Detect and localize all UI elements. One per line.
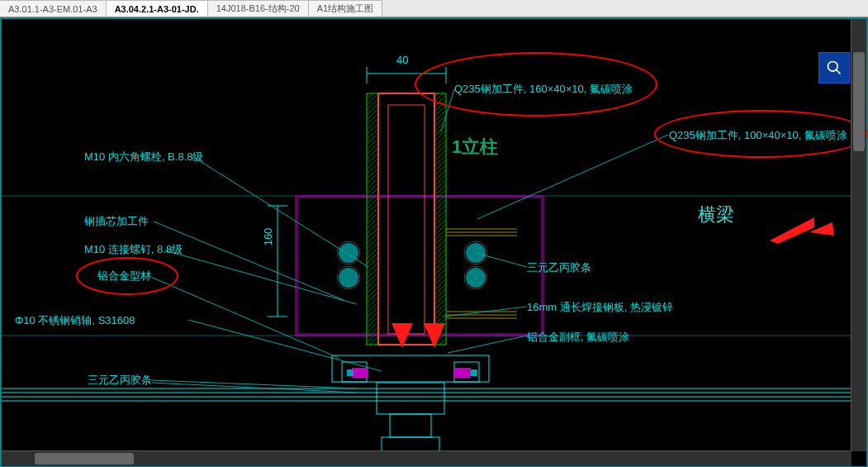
anno-alu: 铝合金型材 <box>97 269 151 284</box>
tab-drawing-3[interactable]: 14J018-B16-结构-20 <box>208 0 309 17</box>
tab-strip: A3.01.1-A3-EM.01-A3 A3.04.2.1-A3-01-JD. … <box>0 0 868 17</box>
svg-rect-36 <box>471 369 477 376</box>
svg-line-52 <box>476 253 527 267</box>
svg-line-54 <box>448 336 527 353</box>
svg-rect-3 <box>297 198 542 334</box>
anno-epdm-l: 三元乙丙胶条 <box>88 373 152 388</box>
anno-m10-conn: M10 连接螺钉, 8.8级 <box>84 242 183 257</box>
anno-m10-hex: M10 内六角螺栓, B.8.8级 <box>84 150 203 164</box>
svg-rect-4 <box>367 93 378 345</box>
anno-steel-core: 钢插芯加工件 <box>84 214 149 229</box>
svg-point-10 <box>339 268 358 288</box>
svg-rect-5 <box>434 93 446 345</box>
anno-ss-pin: Φ10 不锈钢销轴, S31608 <box>15 313 135 328</box>
anno-q235-beam: Q235钢加工件, 100×40×10, 氟碳喷涂 <box>669 128 847 143</box>
svg-rect-7 <box>378 93 434 345</box>
svg-rect-35 <box>347 369 353 376</box>
svg-line-43 <box>195 158 368 267</box>
anno-alu-frame: 铝合金副框, 氟碳喷涂 <box>527 330 629 345</box>
scrollbar-horizontal[interactable] <box>2 450 851 466</box>
dimension-160: 160 <box>262 228 274 246</box>
cad-viewport[interactable]: 40 160 M10 内六角螺栓, B.8.8级 钢插芯加工件 M10 连接螺钉… <box>0 17 868 467</box>
svg-rect-26 <box>377 383 444 414</box>
svg-rect-34 <box>454 368 471 378</box>
search-icon <box>826 60 842 76</box>
dimension-40: 40 <box>396 54 408 66</box>
search-button[interactable] <box>818 52 850 83</box>
scrollbar-vertical[interactable] <box>851 19 866 451</box>
svg-rect-27 <box>390 414 431 437</box>
svg-rect-33 <box>352 368 368 378</box>
tab-drawing-4[interactable]: A1结构施工图 <box>309 0 382 17</box>
tab-drawing-2[interactable]: A3.04.2.1-A3-01-JD. <box>107 0 208 17</box>
svg-line-60 <box>837 70 841 74</box>
anno-epdm-r: 三元乙丙胶条 <box>527 260 591 275</box>
svg-line-47 <box>188 320 382 371</box>
anno-q235-main: Q235钢加工件, 160×40×10, 氟碳喷涂 <box>454 82 633 97</box>
anno-weld: 16mm 通长焊接钢板, 热浸镀锌 <box>527 300 673 315</box>
svg-marker-57 <box>770 217 814 244</box>
svg-point-59 <box>828 62 838 72</box>
overlay-column: 1立柱 <box>452 135 498 160</box>
scroll-thumb-x[interactable] <box>35 453 134 465</box>
tab-drawing-1[interactable]: A3.01.1-A3-EM.01-A3 <box>0 0 107 17</box>
svg-rect-8 <box>388 105 425 334</box>
scroll-thumb-y[interactable] <box>853 52 865 151</box>
svg-point-12 <box>466 268 486 288</box>
svg-line-46 <box>147 275 339 358</box>
svg-line-51 <box>477 135 668 219</box>
svg-line-45 <box>165 250 357 304</box>
overlay-beam: 横梁 <box>698 203 734 227</box>
svg-point-9 <box>339 243 358 263</box>
